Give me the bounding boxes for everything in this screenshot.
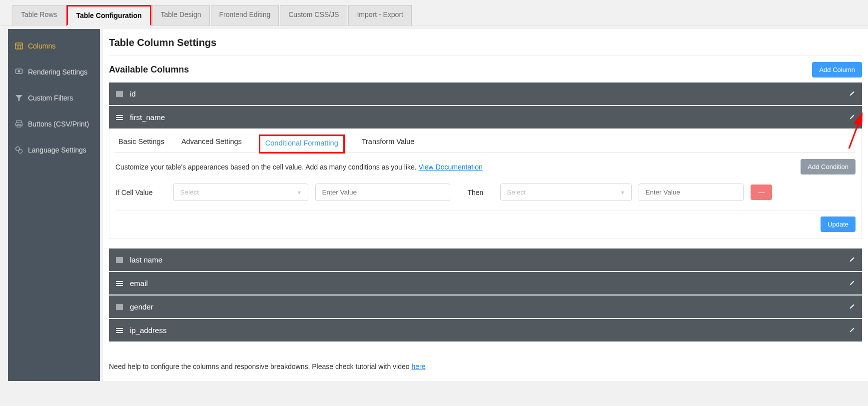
column-name: ip_address <box>130 326 166 334</box>
pencil-icon[interactable] <box>849 303 855 311</box>
update-button[interactable]: Update <box>821 216 856 232</box>
pencil-icon[interactable] <box>849 90 855 98</box>
subtab-basic-settings[interactable]: Basic Settings <box>118 138 164 152</box>
pencil-icon[interactable] <box>849 326 855 334</box>
column-name: id <box>130 90 136 98</box>
conditional-description-text: Customize your table's appearances based… <box>115 163 483 171</box>
then-label: Then <box>457 188 493 196</box>
filter-icon <box>15 94 23 102</box>
svg-point-5 <box>18 70 20 72</box>
if-cell-value-label: If Cell Value <box>115 188 166 196</box>
subtab-advanced-settings[interactable]: Advanced Settings <box>181 138 242 152</box>
svg-point-9 <box>16 147 20 151</box>
column-row-last-name[interactable]: last name <box>109 248 862 271</box>
available-columns-header: Available Columns Add Column <box>109 56 862 82</box>
column-expanded-panel: Basic Settings Advanced Settings Conditi… <box>109 128 862 238</box>
subtab-conditional-formatting[interactable]: Conditional Formatting <box>259 134 345 154</box>
column-row-id[interactable]: id <box>109 82 862 105</box>
sidebar-item-label: Buttons (CSV/Print) <box>28 120 89 128</box>
table-icon <box>15 42 23 50</box>
tutorial-link[interactable]: here <box>411 362 425 370</box>
help-text-span: Need help to configure the columns and r… <box>109 362 411 370</box>
sidebar-item-custom-filters[interactable]: Custom Filters <box>8 85 100 111</box>
column-name: first_name <box>130 113 165 122</box>
drag-handle-icon[interactable] <box>116 281 123 286</box>
content-panel: Table Column Settings Available Columns … <box>103 29 868 381</box>
top-tabs: Table Rows Table Configuration Table Des… <box>0 0 868 26</box>
conditional-description-row: Customize your table's appearances based… <box>115 153 856 180</box>
column-row-email[interactable]: email <box>109 272 862 294</box>
compare-value-input[interactable] <box>315 184 450 201</box>
drag-handle-icon[interactable] <box>116 328 123 333</box>
tab-table-design[interactable]: Table Design <box>152 5 210 26</box>
sidebar-item-label: Rendering Settings <box>28 68 87 76</box>
column-row-gender[interactable]: gender <box>109 296 862 318</box>
operator-select[interactable]: Select ▼ <box>173 184 308 201</box>
sidebar-item-label: Columns <box>28 42 55 50</box>
sidebar-item-language[interactable]: Language Settings <box>8 137 100 163</box>
cond-desc-span: Customize your table's appearances based… <box>115 163 419 171</box>
pencil-icon[interactable] <box>849 256 855 264</box>
column-name: last name <box>130 256 162 264</box>
condition-row: If Cell Value Select ▼ Then Select ▼ — <box>115 180 856 210</box>
print-icon <box>15 120 23 128</box>
sidebar-item-rendering[interactable]: Rendering Settings <box>8 59 100 85</box>
sidebar-item-buttons[interactable]: Buttons (CSV/Print) <box>8 111 100 137</box>
remove-condition-button[interactable]: — <box>751 184 772 200</box>
chevron-down-icon: ▼ <box>297 190 302 196</box>
drag-handle-icon[interactable] <box>116 258 123 262</box>
add-column-button[interactable]: Add Column <box>812 62 862 78</box>
language-icon <box>15 146 23 154</box>
drag-handle-icon[interactable] <box>116 115 123 120</box>
subtab-transform-value[interactable]: Transform Value <box>362 138 415 152</box>
sidebar-item-label: Language Settings <box>28 146 86 154</box>
add-condition-button[interactable]: Add Condition <box>801 159 856 174</box>
select-placeholder-text: Select <box>180 188 199 196</box>
column-name: email <box>130 279 148 288</box>
tab-import-export[interactable]: Import - Export <box>348 5 412 26</box>
sidebar-item-columns[interactable]: Columns <box>8 33 100 59</box>
column-row-first-name[interactable]: first_name <box>109 106 862 128</box>
tab-custom-css-js[interactable]: Custom CSS/JS <box>280 5 347 26</box>
action-value-input[interactable] <box>639 184 744 201</box>
tab-table-rows[interactable]: Table Rows <box>12 5 65 26</box>
help-text: Need help to configure the columns and r… <box>109 342 862 370</box>
tab-table-configuration[interactable]: Table Configuration <box>66 5 151 26</box>
page-title: Table Column Settings <box>109 37 862 56</box>
sidebar: Columns Rendering Settings Custom Filter… <box>8 29 100 381</box>
drag-handle-icon[interactable] <box>116 304 123 310</box>
pencil-icon[interactable] <box>849 280 855 288</box>
view-documentation-link[interactable]: View Documentation <box>419 163 483 171</box>
pencil-icon[interactable] <box>849 114 855 122</box>
chevron-down-icon: ▼ <box>620 190 625 196</box>
column-name: gender <box>130 302 153 311</box>
update-row: Update <box>115 216 856 232</box>
display-icon <box>15 68 23 76</box>
drag-handle-icon[interactable] <box>116 92 123 96</box>
svg-rect-6 <box>16 121 21 123</box>
main-container: Columns Rendering Settings Custom Filter… <box>8 29 868 381</box>
available-columns-label: Available Columns <box>109 64 189 75</box>
select-placeholder-text: Select <box>507 188 526 196</box>
svg-point-10 <box>18 150 22 154</box>
svg-rect-0 <box>15 43 22 49</box>
sidebar-item-label: Custom Filters <box>28 94 73 102</box>
action-select[interactable]: Select ▼ <box>500 184 632 201</box>
column-row-ip-address[interactable]: ip_address <box>109 319 862 342</box>
sub-tabs: Basic Settings Advanced Settings Conditi… <box>115 128 856 153</box>
tab-frontend-editing[interactable]: Frontend Editing <box>211 5 279 26</box>
